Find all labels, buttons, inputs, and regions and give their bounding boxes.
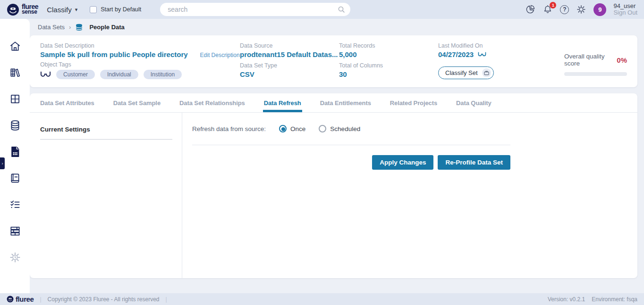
tab-bar: Data Set Attributes Data Set Sample Data… [30,93,637,113]
sidebar-active-indicator: › [0,157,5,169]
footer-environment: Environment: fsqa [592,296,637,303]
footer-version: Version: v0.2.1 [548,296,585,303]
tab-data-refresh[interactable]: Data Refresh [264,93,301,112]
total-columns-value: 30 [339,70,438,78]
quality-progress-bar [564,72,627,76]
scheduler-gear-icon [9,251,21,264]
home-icon [9,40,21,52]
tag-customer: Customer [56,70,95,79]
tab-related-projects[interactable]: Related Projects [390,93,437,112]
breadcrumb-current: People Data [89,24,124,31]
fluree-logo-icon [7,296,14,303]
form-divider [192,145,510,145]
sidebar-item-home[interactable] [0,33,30,59]
tab-data-quality[interactable]: Data Quality [456,93,491,112]
footer-divider: | [166,296,167,303]
chevron-down-icon: ▾ [75,7,78,13]
notification-badge: 1 [550,2,556,8]
edit-description-link[interactable]: Edit Description [200,52,240,58]
data-refresh-form: Refresh data from source: Once Scheduled [182,113,637,278]
footer-fluree-logo: fluree [7,295,34,303]
radio-option-once[interactable]: Once [279,125,305,132]
radio-scheduled-label: Scheduled [330,125,360,132]
sidebar-item-checklist[interactable] [0,191,30,218]
total-records-value: 5,000 [339,50,438,58]
dataset-database-icon [75,24,83,31]
journal-book-icon [9,172,21,184]
sidebar-item-library[interactable] [0,59,30,86]
database-icon [9,119,21,132]
pie-chart-icon[interactable] [525,4,535,15]
breadcrumb: Data Sets › People Data [30,19,125,35]
search-input[interactable] [160,3,350,16]
quality-score-label: Overall quality score [564,53,617,67]
glasses-icon[interactable] [478,52,486,57]
panel-divider [40,139,172,140]
tag-institution: Institution [144,70,182,79]
sidebar-item-data-grid[interactable] [0,86,30,112]
footer: fluree | Copyright © 2023 Fluree - All r… [0,293,644,305]
start-by-default-label: Start by Default [101,6,141,13]
start-by-default-checkbox[interactable] [90,6,97,13]
notifications-bell-icon[interactable]: 1 [542,4,553,15]
chevron-right-icon: › [69,24,71,31]
data-file-icon [9,146,21,158]
sidebar-item-database[interactable] [0,112,30,139]
tab-data-entitlements[interactable]: Data Entitlements [320,93,371,112]
dataset-summary-card: Data Set Description Sample 5k pull from… [30,35,637,87]
search-icon [338,6,345,13]
fluree-logo-icon [7,3,19,16]
refresh-source-label: Refresh data from source: [192,125,266,132]
object-tags-label: Object Tags [40,61,240,68]
library-books-icon [9,66,21,79]
footer-divider: | [40,296,41,303]
tab-data-set-relationships[interactable]: Data Set Relationships [179,93,245,112]
data-set-type-value: CSV [240,70,339,78]
classify-menu-label: Classify [47,6,72,14]
sidebar-item-storage[interactable] [0,218,30,244]
total-records-label: Total Records [339,42,438,49]
tab-data-set-sample[interactable]: Data Set Sample [113,93,161,112]
data-source-value: prodtenant15 Default Datas... [240,50,339,58]
reprofile-dataset-button[interactable]: Re-Profile Data Set [438,155,510,170]
sign-out-link[interactable]: Sign Out [613,9,637,16]
username: 94_user [613,3,637,9]
sidebar-item-journal[interactable] [0,165,30,191]
footer-copyright: Copyright © 2023 Fluree - All rights res… [48,296,160,303]
current-settings-panel: Current Settings [30,113,182,278]
description-value: Sample 5k pull from public People direct… [40,50,188,58]
top-bar: fluree sense Classify ▾ Start by Default [0,0,644,19]
current-settings-title: Current Settings [40,126,171,133]
checklist-icon [9,198,21,211]
tag-individual: Individual [100,70,138,79]
data-set-type-label: Data Set Type [240,62,339,69]
last-modified-label: Last Modified On [438,42,540,49]
radio-option-scheduled[interactable]: Scheduled [319,125,360,132]
glasses-icon[interactable] [40,71,51,78]
left-sidebar [0,19,30,293]
radio-once-input[interactable] [279,125,287,132]
classify-menu[interactable]: Classify ▾ [47,6,77,14]
radio-scheduled-input[interactable] [319,125,326,132]
sidebar-item-scheduler[interactable] [0,244,30,271]
settings-gear-icon[interactable] [576,4,586,15]
classify-set-label: Classify Set [445,69,478,76]
grid-icon [9,93,21,105]
breadcrumb-data-sets[interactable]: Data Sets [38,24,65,31]
total-columns-label: Total of Columns [339,62,438,69]
top-right-tools: 1 ? 9 94_user Sign Out [525,3,637,16]
briefcase-icon [482,68,491,77]
start-by-default-control: Start by Default [90,6,141,13]
classify-set-button[interactable]: Classify Set [438,66,494,79]
description-label: Data Set Description [40,42,240,49]
user-avatar[interactable]: 9 [593,3,606,16]
tab-data-set-attributes[interactable]: Data Set Attributes [40,93,94,112]
storage-bricks-icon [9,225,21,237]
radio-once-label: Once [290,125,305,132]
apply-changes-button[interactable]: Apply Changes [372,155,433,170]
dataset-detail-card: Data Set Attributes Data Set Sample Data… [30,93,637,278]
quality-score-value: 0% [617,56,627,64]
fluree-sense-logo[interactable]: fluree sense [7,3,38,16]
help-icon[interactable]: ? [560,5,569,14]
data-source-label: Data Source [240,42,339,49]
